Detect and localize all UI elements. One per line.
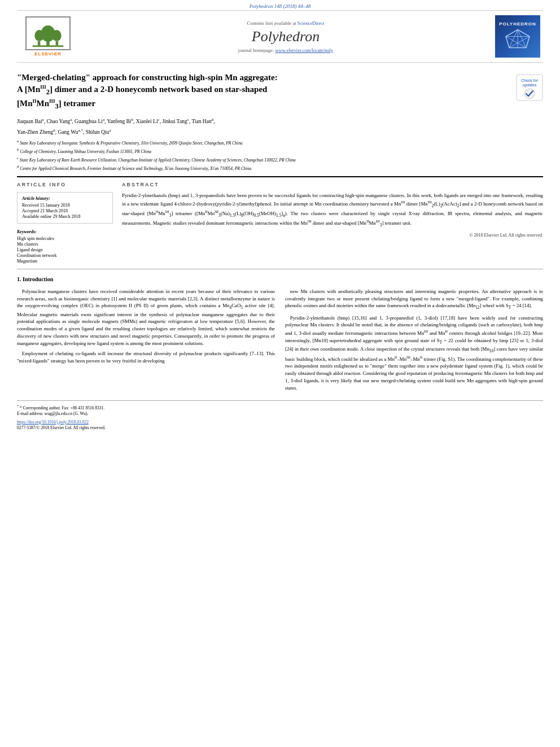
body-left-col: Polynuclear manganese clusters have rece… — [17, 288, 275, 395]
contents-available-line: Contents lists available at ScienceDirec… — [85, 20, 487, 26]
body-section: 1. Introduction Polynuclear manganese cl… — [17, 276, 543, 395]
title-main: "Merged-chelating" approach for construc… — [17, 73, 278, 82]
author-yan-zhen: Yan-Zhen Zhengd, Gang Wua,*, Shilun Qiua — [17, 129, 111, 135]
contents-text: Contents lists available at — [247, 20, 296, 26]
polyhedron-logo-text: POLYHEDRON — [499, 21, 536, 27]
svg-rect-4 — [38, 41, 41, 45]
journal-header: ELSEVIER Contents lists available at Sci… — [17, 10, 543, 63]
article-title: "Merged-chelating" approach for construc… — [17, 72, 510, 111]
journal-volume: Polyhedron 148 (2018) 44–48 — [250, 3, 310, 9]
history-label: Article history: — [22, 196, 108, 201]
svg-point-2 — [34, 30, 43, 41]
authors-section: Jiaquan Baia, Chao Yanga, Guanghua Lia, … — [17, 117, 543, 172]
elsevier-logo-area: ELSEVIER — [17, 15, 79, 58]
title-part2: A [MnIII2] dimer and a 2-D honeycomb net… — [17, 85, 267, 94]
check-for-updates-badge: Check for updates — [516, 74, 543, 101]
authors-line1: Jiaquan Baia, Chao Yanga, Guanghua Lia, … — [17, 117, 543, 125]
author-jiaquan: Jiaquan Baia, Chao Yanga, Guanghua Lia, … — [17, 119, 215, 124]
elsevier-logo: ELSEVIER — [25, 16, 71, 56]
journal-name: Polyhedron — [85, 28, 487, 45]
available-online-date: Available online 29 March 2018 — [22, 214, 108, 219]
body-right-text: new Mn clusters with aesthetically pleas… — [285, 288, 543, 391]
body-left-text: Polynuclear manganese clusters have rece… — [17, 288, 275, 365]
abstract-header: ABSTRACT — [122, 182, 543, 187]
keyword-4: Coordination network — [17, 253, 113, 258]
footnote-area: * * Corresponding author. Fax: +86 431 8… — [17, 400, 543, 431]
title-sup3: III — [49, 98, 55, 104]
article-info-col: ARTICLE INFO Article history: Received 1… — [17, 182, 113, 264]
abstract-text: Pyridin-2-ylmethanols (hmp) and 1, 3-pro… — [122, 192, 543, 229]
footnote-email-text: E-mail address: wug@jlu.edu.cn (G. Wu). — [17, 411, 88, 416]
title-part3: [MnIIMnIII3] tetramer — [17, 99, 95, 108]
doi-link[interactable]: https://doi.org/10.1016/j.poly.2018.03.0… — [17, 420, 89, 425]
accepted-date: Accepted 21 March 2018 — [22, 208, 108, 213]
footnote-corresponding: * * Corresponding author. Fax: +86 431 8… — [17, 404, 543, 411]
body-two-col: Polynuclear manganese clusters have rece… — [17, 288, 543, 395]
homepage-url[interactable]: www.elsevier.com/locate/poly — [275, 47, 333, 53]
svg-text:Check for: Check for — [521, 78, 539, 82]
polyhedron-logo: POLYHEDRON — [495, 15, 540, 58]
svg-point-3 — [52, 30, 61, 41]
footnote-corresponding-text: * Corresponding author. Fax: +86 431 851… — [20, 405, 104, 410]
keyword-5: Magnetism — [17, 259, 113, 264]
title-sub1: 2 — [46, 88, 50, 96]
article-info-header: ARTICLE INFO — [17, 182, 113, 187]
affiliation-b: b College of Chemistry, Liaoning Shihua … — [17, 147, 543, 155]
body-para-4: Pyridin-2-ylmethanols (hmp) [15,16] and … — [285, 314, 543, 392]
body-para-1: Polynuclear manganese clusters have rece… — [17, 288, 275, 347]
article-history-box: Article history: Received 15 January 201… — [17, 192, 113, 224]
svg-rect-6 — [33, 45, 64, 47]
divider-after-abstract — [17, 269, 543, 269]
svg-text:updates: updates — [523, 83, 537, 88]
footnote-star: * — [17, 404, 19, 408]
abstract-col: ABSTRACT Pyridin-2-ylmethanols (hmp) and… — [122, 182, 543, 264]
homepage-label: journal homepage: — [238, 47, 274, 53]
elsevier-logo-box — [25, 16, 71, 50]
body-para-3: new Mn clusters with aesthetically pleas… — [285, 288, 543, 311]
page: Polyhedron 148 (2018) 44–48 — [0, 0, 560, 747]
elsevier-tree-icon — [28, 19, 68, 47]
title-sup1: III — [40, 84, 46, 90]
affiliations: a State Key Laboratory of Inorganic Synt… — [17, 138, 543, 172]
body-para-2: Employment of chelating co-ligands will … — [17, 350, 275, 365]
keyword-1: High spin molecules — [17, 236, 113, 241]
elsevier-text: ELSEVIER — [34, 51, 62, 56]
keywords-box: Keywords: High spin molecules Mn cluster… — [17, 229, 113, 264]
affiliation-c: c State Key Laboratory of Rare Earth Res… — [17, 155, 543, 163]
keywords-label: Keywords: — [17, 229, 113, 234]
article-info-abstract-cols: ARTICLE INFO Article history: Received 1… — [17, 182, 543, 264]
journal-homepage: journal homepage: www.elsevier.com/locat… — [85, 47, 487, 53]
received-date: Received 15 January 2018 — [22, 203, 108, 208]
section1-title: 1. Introduction — [17, 276, 543, 282]
journal-center: Contents lists available at ScienceDirec… — [79, 15, 492, 58]
journal-volume-bar: Polyhedron 148 (2018) 44–48 — [0, 0, 560, 10]
copyright-notice: © 2018 Elsevier Ltd. All rights reserved… — [122, 233, 543, 238]
body-right-col: new Mn clusters with aesthetically pleas… — [285, 288, 543, 395]
affiliation-a: a State Key Laboratory of Inorganic Synt… — [17, 138, 543, 146]
check-badge-icon: Check for updates — [516, 74, 543, 101]
affiliation-d: d Centre for Applied Chemical Research, … — [17, 164, 543, 172]
polyhedron-icon — [504, 27, 532, 52]
doi-line: https://doi.org/10.1016/j.poly.2018.03.0… — [17, 420, 543, 426]
title-sup2: II — [33, 98, 37, 104]
article-title-text: "Merged-chelating" approach for construc… — [17, 72, 510, 111]
article-title-section: "Merged-chelating" approach for construc… — [17, 72, 543, 111]
authors-line2: Yan-Zhen Zhengd, Gang Wua,*, Shilun Qiua — [17, 127, 543, 136]
issn-line: 0277-5387/© 2018 Elsevier Ltd. All right… — [17, 425, 543, 431]
title-sub2: 3 — [55, 102, 59, 110]
svg-rect-5 — [56, 41, 59, 45]
footnote-email: E-mail address: wug@jlu.edu.cn (G. Wu). — [17, 411, 543, 417]
sciencedirect-link[interactable]: ScienceDirect — [298, 20, 325, 26]
polyhedron-logo-area: POLYHEDRON — [492, 15, 543, 58]
keyword-2: Mn clusters — [17, 242, 113, 247]
divider-after-authors — [17, 176, 543, 177]
keyword-3: Ligand design — [17, 247, 113, 252]
